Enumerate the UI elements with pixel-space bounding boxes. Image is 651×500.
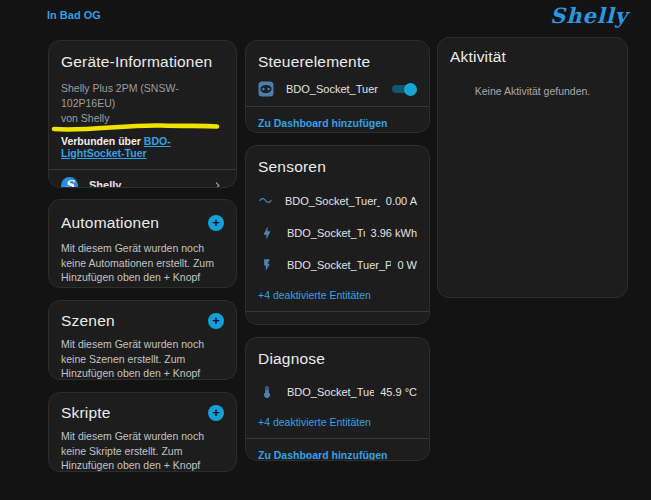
add-automation-button[interactable]: + <box>208 215 224 231</box>
right-column: Aktivität Keine Aktivität gefunden. <box>437 37 628 309</box>
diagnostic-value: 45.9 °C <box>380 386 417 398</box>
diagnostics-card: Diagnose BDO_Socket_Tuer_Temper… 45.9 °C… <box>245 337 430 461</box>
sensor-row[interactable]: BDO_Socket_Tuer_Curent 0.00 A <box>246 184 429 217</box>
controls-card: Steuerelemente BDO_Socket_Tuer Zu Dashbo… <box>245 40 430 133</box>
integration-label: Shelly <box>89 179 211 188</box>
current-ac-icon <box>258 193 273 208</box>
activity-card: Aktivität Keine Aktivität gefunden. <box>437 37 628 298</box>
sensor-row[interactable]: BDO_Socket_Tuer_Energy 3.96 kWh <box>246 217 429 249</box>
add-script-button[interactable]: + <box>208 405 224 421</box>
breadcrumb-area-link[interactable]: In Bad OG <box>47 9 101 21</box>
shelly-logo: Shelly <box>550 3 628 28</box>
connected-via: Verbunden über BDO-LightSocket-Tuer <box>61 135 224 169</box>
automations-empty-text: Mit diesem Gerät wurden noch keine Autom… <box>49 232 236 288</box>
sensor-name: BDO_Socket_Tuer_Curent <box>285 195 380 207</box>
diagnostic-row[interactable]: BDO_Socket_Tuer_Temper… 45.9 °C <box>246 376 429 408</box>
controls-title: Steuerelemente <box>258 53 417 71</box>
scripts-title: Skripte <box>61 404 111 422</box>
lightning-bolt-icon <box>258 226 274 240</box>
automations-card: Automationen + Mit diesem Gerät wurden n… <box>48 199 237 288</box>
sensors-disabled-entities-link[interactable]: +4 deaktivierte Entitäten <box>246 281 429 311</box>
sensors-card: Sensoren BDO_Socket_Tuer_Curent 0.00 A B… <box>245 145 430 325</box>
shelly-integration-icon: S <box>61 177 78 189</box>
integration-row-shelly[interactable]: S Shelly <box>49 170 236 188</box>
diagnostics-title: Diagnose <box>258 350 417 368</box>
sensors-title: Sensoren <box>258 158 417 176</box>
scripts-empty-text: Mit diesem Gerät wurden noch keine Skrip… <box>49 422 236 472</box>
flash-icon <box>258 258 274 272</box>
scenes-card: Szenen + Mit diesem Gerät wurden noch ke… <box>48 300 237 380</box>
left-column: Geräte-Informationen Shelly Plus 2PM (SN… <box>48 40 237 483</box>
device-info-title: Geräte-Informationen <box>61 53 224 71</box>
diagnostics-add-to-dashboard-link[interactable]: Zu Dashboard hinzufügen <box>246 439 429 461</box>
control-entity-name: BDO_Socket_Tuer <box>286 83 390 95</box>
activity-title: Aktivität <box>450 48 615 66</box>
device-page: In Bad OG Shelly Geräte-Informationen Sh… <box>0 0 651 500</box>
sensor-name: BDO_Socket_Tuer_Power <box>287 259 391 271</box>
automations-title: Automationen <box>61 214 159 232</box>
sensor-value: 0 W <box>397 259 417 271</box>
connected-via-label: Verbunden über <box>61 135 144 147</box>
control-entity-row[interactable]: BDO_Socket_Tuer <box>246 71 429 106</box>
scenes-empty-text: Mit diesem Gerät wurden noch keine Szene… <box>49 330 236 380</box>
device-info-card: Geräte-Informationen Shelly Plus 2PM (SN… <box>48 40 237 188</box>
controls-add-to-dashboard-link[interactable]: Zu Dashboard hinzufügen <box>246 107 429 133</box>
entity-toggle-switch[interactable] <box>390 82 417 96</box>
device-model-line: Shelly Plus 2PM (SNSW-102P16EU) <box>61 81 224 111</box>
device-model: Shelly Plus 2PM (SNSW-102P16EU) von Shel… <box>61 81 224 126</box>
thermometer-icon <box>258 385 274 399</box>
add-scene-button[interactable]: + <box>208 313 224 329</box>
sensors-add-to-dashboard-link[interactable]: Zu Dashboard hinzufügen <box>246 312 429 325</box>
diagnostic-name: BDO_Socket_Tuer_Temper… <box>287 386 374 398</box>
sensor-value: 3.96 kWh <box>371 227 417 239</box>
power-socket-icon <box>258 81 274 97</box>
chevron-right-icon <box>211 179 224 189</box>
middle-column: Steuerelemente BDO_Socket_Tuer Zu Dashbo… <box>245 40 430 472</box>
activity-empty-text: Keine Aktivität gefunden. <box>450 85 615 97</box>
scripts-card: Skripte + Mit diesem Gerät wurden noch k… <box>48 392 237 472</box>
sensor-value: 0.00 A <box>386 195 417 207</box>
sensor-row[interactable]: BDO_Socket_Tuer_Power 0 W <box>246 249 429 281</box>
scenes-title: Szenen <box>61 312 115 330</box>
device-manufacturer: von Shelly <box>61 111 224 126</box>
sensor-name: BDO_Socket_Tuer_Energy <box>287 227 365 239</box>
diagnostics-disabled-entities-link[interactable]: +4 deaktivierte Entitäten <box>246 408 429 438</box>
